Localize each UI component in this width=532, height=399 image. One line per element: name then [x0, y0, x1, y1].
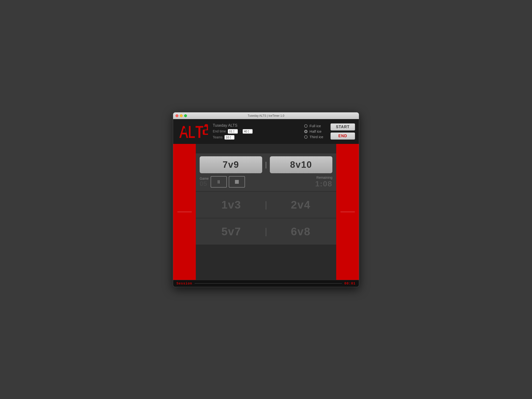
- center-panel: 7v9 | 8v10 Game 05 ⏸: [196, 144, 336, 280]
- game-controls: Game 05 ⏸ Remaining 1:08: [200, 176, 332, 188]
- session-progress-line: [195, 283, 342, 283]
- end-time-row: End time 01 ▲ ▼ : 40 ▲ ▼: [213, 129, 295, 134]
- end-time-minutes-value: 40: [244, 130, 247, 133]
- header-info: Tuseday ALTS End time 01 ▲ ▼ : 40 ▲ ▼: [213, 123, 295, 140]
- close-button[interactable]: [176, 114, 178, 117]
- end-time-hours-value: 01: [229, 130, 232, 133]
- game-info-left: Game 05: [200, 177, 209, 187]
- queue2-matchups: 5v7 | 6v8: [200, 225, 332, 238]
- game-number: 05: [200, 181, 207, 187]
- half-ice-label: Half ice: [310, 129, 321, 133]
- game-info-right: Remaining 1:08: [315, 176, 332, 188]
- main-window: Tuseday ALTS | IceTimer 1.0 Tuseday: [173, 112, 359, 287]
- active-game-section: 7v9 | 8v10 Game 05 ⏸: [196, 153, 336, 191]
- end-time-hours-arrows[interactable]: ▲ ▼: [233, 130, 235, 133]
- session-label: Session: [177, 282, 192, 285]
- app-name: Tuseday ALTS: [213, 123, 237, 128]
- queue2-section: 5v7 | 6v8: [196, 218, 336, 245]
- full-ice-radio[interactable]: [304, 124, 308, 128]
- session-time: 00:01: [344, 282, 355, 285]
- svg-point-4: [205, 124, 208, 126]
- maximize-button[interactable]: [184, 114, 187, 117]
- queue1-matchups: 1v3 | 2v4: [200, 198, 332, 211]
- end-time-hours-input[interactable]: 01 ▲ ▼: [228, 129, 238, 134]
- svg-marker-3: [196, 126, 203, 138]
- right-side-panel: [336, 144, 359, 280]
- app-header: Tuseday ALTS End time 01 ▲ ▼ : 40 ▲ ▼: [173, 119, 359, 144]
- full-ice-option[interactable]: Full ice: [304, 124, 323, 128]
- teams-input[interactable]: 10 ▲ ▼: [224, 135, 234, 140]
- queue1-left-matchup: 1v3: [200, 198, 263, 211]
- end-time-minutes-input[interactable]: 40 ▲ ▼: [243, 129, 253, 134]
- logo-area: [177, 122, 208, 141]
- third-ice-radio[interactable]: [304, 135, 308, 139]
- active-matchups: 7v9 | 8v10: [200, 156, 332, 173]
- remaining-time: 1:08: [315, 180, 332, 188]
- half-ice-radio-fill: [305, 131, 307, 132]
- active-matchup-divider: |: [262, 161, 270, 169]
- start-button[interactable]: START: [330, 123, 355, 131]
- teams-row: Teams 10 ▲ ▼: [213, 135, 295, 140]
- third-ice-option[interactable]: Third ice: [304, 135, 323, 139]
- svg-marker-2: [189, 126, 195, 138]
- main-content: 7v9 | 8v10 Game 05 ⏸: [173, 144, 359, 280]
- app-name-row: Tuseday ALTS: [213, 123, 295, 128]
- time-separator: :: [240, 129, 241, 133]
- queue2-left-matchup: 5v7: [200, 225, 263, 238]
- active-right-matchup: 8v10: [270, 156, 332, 173]
- half-ice-option[interactable]: Half ice: [304, 129, 323, 133]
- active-left-matchup: 7v9: [200, 156, 262, 173]
- half-ice-radio[interactable]: [304, 130, 308, 133]
- window-title: Tuseday ALTS | IceTimer 1.0: [248, 114, 284, 117]
- end-time-minutes-arrows[interactable]: ▲ ▼: [248, 130, 249, 133]
- header-buttons: START END: [330, 123, 355, 140]
- queue2-right-matchup: 6v8: [269, 225, 332, 238]
- teams-label: Teams: [213, 135, 222, 139]
- pause-button[interactable]: ⏸: [211, 176, 227, 187]
- teams-value: 10: [226, 136, 229, 139]
- queue1-section: 1v3 | 2v4: [196, 191, 336, 218]
- minimize-button[interactable]: [180, 114, 183, 117]
- stop-button[interactable]: [229, 176, 245, 187]
- alts-logo: [177, 122, 208, 140]
- queue1-divider: |: [263, 200, 269, 210]
- traffic-lights: [176, 114, 187, 117]
- bottom-bar: Session 00:01: [173, 280, 359, 287]
- left-side-panel: [173, 144, 196, 280]
- top-spacer: [196, 144, 336, 153]
- queue1-right-matchup: 2v4: [269, 198, 332, 211]
- ice-options: Full ice Half ice Third ice: [304, 124, 323, 139]
- stop-icon: [235, 180, 239, 184]
- titlebar: Tuseday ALTS | IceTimer 1.0: [173, 112, 359, 119]
- full-ice-label: Full ice: [310, 124, 321, 128]
- teams-arrows[interactable]: ▲ ▼: [230, 136, 231, 139]
- pause-icon: ⏸: [216, 179, 221, 185]
- right-side-line: [341, 212, 355, 212]
- end-time-label: End time: [213, 129, 226, 133]
- queue2-divider: |: [263, 226, 269, 237]
- left-side-line: [177, 212, 192, 212]
- remaining-label: Remaining: [316, 176, 332, 180]
- end-button[interactable]: END: [330, 132, 355, 140]
- third-ice-label: Third ice: [310, 135, 323, 139]
